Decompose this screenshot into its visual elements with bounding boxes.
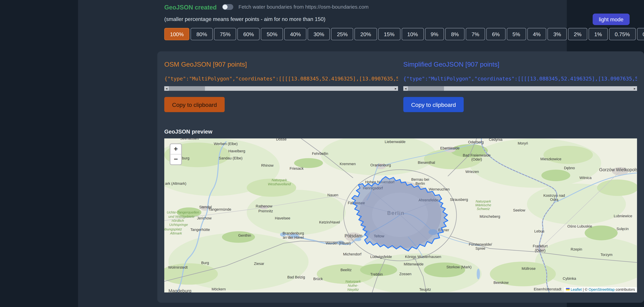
water-boundaries-toggle[interactable] — [222, 4, 233, 10]
scrollbar-thumb[interactable] — [169, 86, 205, 91]
map-label: Berlin — [416, 182, 425, 186]
zoom-in-button[interactable]: + — [170, 144, 181, 154]
map-label: Odrą — [550, 198, 558, 202]
map-label: (Oder) — [471, 157, 482, 162]
map-label: Cedynia — [489, 138, 502, 142]
map-label: Biesenthal — [418, 160, 435, 165]
map-label: Zossen — [399, 272, 412, 276]
map-label: Ośno Lubuskie — [568, 224, 592, 228]
percent-option-100%[interactable]: 100% — [164, 28, 190, 40]
openstreetmap-link[interactable]: OpenStreetMap — [588, 288, 614, 292]
simplified-geojson-column: Simplified GeoJSON [907 points] {"type":… — [403, 58, 637, 112]
map-label: Storkow (Mark) — [446, 265, 472, 269]
page-background: GeoJSON created Fetch water boundaries f… — [0, 0, 644, 307]
percent-option-30%[interactable]: 30% — [308, 28, 330, 40]
map-label: Wolmirstedt — [168, 265, 188, 270]
osm-json-scrollbar[interactable]: ◄ ► — [164, 86, 398, 91]
map-attribution: Leaflet | © OpenStreetMap contributors — [564, 287, 637, 292]
map-label: Wriezen — [465, 170, 479, 174]
map-label: Witnica — [580, 176, 592, 180]
map-label: und Waldgebiete — [168, 214, 194, 218]
copy-osm-button[interactable]: Copy to clipboard — [164, 97, 225, 112]
scrollbar-right-arrow[interactable]: ► — [632, 86, 637, 91]
geojson-panel: OSM GeoJSON [907 points] {"type":"MultiP… — [157, 52, 644, 303]
map-label: Müncheberg — [480, 214, 500, 218]
percent-option-20%[interactable]: 20% — [354, 28, 377, 40]
map-label: Schweiz — [477, 207, 490, 211]
map-label: Nuthe- — [348, 284, 358, 288]
copy-simplified-button[interactable]: Copy to clipboard — [403, 97, 464, 112]
scrollbar-thumb[interactable] — [408, 86, 444, 91]
map-label: Friesack — [290, 166, 304, 170]
map-label: Werneuchen — [429, 187, 450, 191]
scrollbar-left-arrow[interactable]: ◄ — [164, 86, 169, 91]
light-mode-button[interactable]: light mode — [592, 14, 630, 25]
percent-option-7%[interactable]: 7% — [466, 28, 485, 40]
map-label: Mieszkowice — [540, 157, 561, 161]
map-label: Kostrzyn nad — [544, 194, 565, 198]
leaflet-link[interactable]: Leaflet — [571, 288, 582, 292]
percent-option-6%[interactable]: 6% — [486, 28, 506, 40]
percent-option-80%[interactable]: 80% — [191, 28, 213, 40]
map-label: (Oder) — [535, 248, 546, 253]
percent-option-0.75%[interactable]: 0.75% — [609, 28, 636, 40]
map-label: Westhavelland — [268, 182, 291, 186]
map-label: Burg — [201, 261, 209, 265]
map-label: Uchte-Tangerquellen — [167, 210, 199, 214]
map-label: Eisenhüttenstadt — [534, 287, 561, 291]
map-label: Werder (Havel) — [326, 241, 351, 245]
percent-option-50%[interactable]: 50% — [261, 28, 283, 40]
percent-option-5%[interactable]: 5% — [507, 28, 526, 40]
zoom-out-button[interactable]: − — [170, 154, 181, 164]
percent-option-0.5%[interactable]: 0.5% — [637, 28, 644, 40]
map-label: Ludwigsfelde — [370, 254, 392, 259]
map-label: Ketzin/Havel — [319, 220, 340, 224]
water-boundaries-label: Fetch water boundaries from https://osm-… — [238, 4, 369, 10]
percent-option-2%[interactable]: 2% — [568, 28, 588, 40]
map-label: Trebbin — [370, 272, 383, 276]
percent-option-25%[interactable]: 25% — [331, 28, 353, 40]
map-label: an der Havel — [283, 235, 304, 240]
percent-option-60%[interactable]: 60% — [238, 28, 260, 40]
map-label: Mittenwalde — [404, 262, 424, 266]
map-label: Seehausen — [180, 138, 199, 140]
percent-option-40%[interactable]: 40% — [284, 28, 306, 40]
percent-option-3%[interactable]: 3% — [548, 28, 567, 40]
percent-option-9%[interactable]: 9% — [425, 28, 444, 40]
percent-option-10%[interactable]: 10% — [402, 28, 424, 40]
map-label: Truppenübungsplatz — [164, 227, 182, 231]
scrollbar-right-arrow[interactable]: ► — [394, 86, 398, 91]
map-label: Teupitz — [419, 288, 431, 292]
map-label: Rathenow — [256, 204, 272, 208]
map-label: Strausberg — [450, 198, 468, 202]
percent-option-1%[interactable]: 1% — [588, 28, 608, 40]
ukraine-flag-icon — [566, 288, 570, 290]
percent-option-8%[interactable]: 8% — [446, 28, 465, 40]
simplify-hint: (smaller percentage means fewer points -… — [164, 16, 326, 22]
map-label: Fehrbellin — [312, 152, 328, 156]
map-label: Märkische — [475, 203, 491, 207]
map-label: Tangermünde — [208, 208, 231, 212]
map-label: Frankfurt — [533, 244, 548, 248]
map-label: Seelow — [513, 208, 525, 212]
osm-geojson-title: OSM GeoJSON [907 points] — [164, 61, 398, 68]
simplified-json-scrollbar[interactable]: ◄ ► — [403, 86, 637, 91]
map-label: Spree — [476, 246, 486, 250]
percent-option-4%[interactable]: 4% — [527, 28, 546, 40]
map-label: Torzym — [600, 252, 612, 257]
scrollbar-left-arrow[interactable]: ◄ — [403, 86, 408, 91]
map-label: Naturpark — [345, 280, 361, 283]
geojson-status: GeoJSON created — [164, 4, 217, 10]
map-label: Ziesar — [254, 262, 264, 266]
percent-option-15%[interactable]: 15% — [378, 28, 400, 40]
content-container: GeoJSON created Fetch water boundaries f… — [78, 0, 567, 307]
map-label: Sulęcin — [616, 227, 628, 231]
simplify-percentage-group: 100%80%75%60%50%40%30%25%20%15%10%9%8%7%… — [164, 28, 644, 40]
map-label: Uchtspringe — [169, 223, 188, 226]
map-label: Möckern — [212, 287, 226, 291]
geojson-preview-map[interactable]: SeehausenDosseWerben (Elbe)LiebenwaldeOd… — [164, 138, 637, 292]
map-label: Beeskow — [494, 280, 508, 285]
map-label: Brück — [313, 277, 323, 281]
percent-option-75%[interactable]: 75% — [214, 28, 236, 40]
map-label: Werben (Elbe) — [214, 142, 238, 146]
